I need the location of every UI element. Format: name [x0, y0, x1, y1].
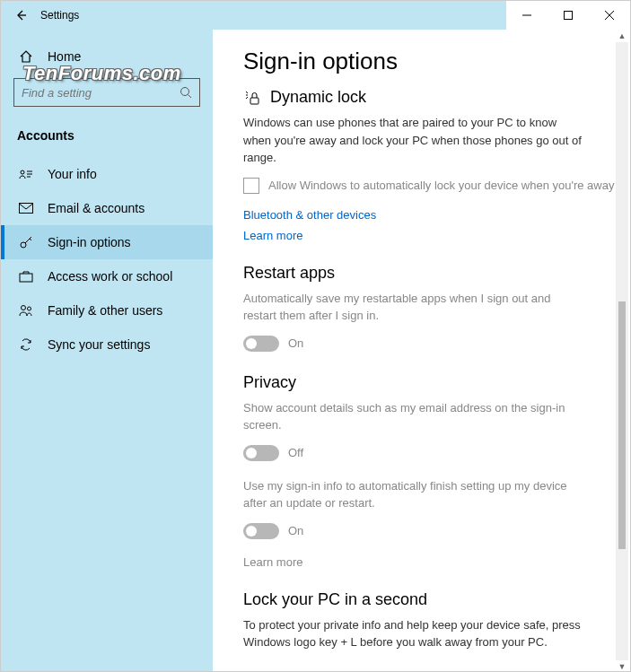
search-input-container[interactable]	[13, 78, 200, 107]
dynamic-lock-icon	[243, 89, 261, 107]
dynamic-lock-checkbox[interactable]: Allow Windows to automatically lock your…	[243, 178, 618, 194]
privacy-toggle-1[interactable]: Off	[243, 445, 618, 461]
sidebar-item-access-work-school[interactable]: Access work or school	[1, 259, 213, 293]
sidebar: Home Accounts Your info Email & accounts…	[1, 30, 213, 672]
close-icon	[605, 11, 614, 20]
main-content: Sign-in options Dynamic lock Windows can…	[213, 30, 630, 672]
sidebar-item-email-accounts[interactable]: Email & accounts	[1, 191, 213, 225]
lock-pc-heading: Lock your PC in a second	[243, 590, 618, 609]
toggle-switch-icon	[243, 445, 279, 461]
privacy-desc-1: Show account details such as my email ad…	[243, 399, 584, 434]
page-title: Sign-in options	[243, 48, 618, 75]
toggle-switch-icon	[243, 523, 279, 539]
sidebar-item-sign-in-options[interactable]: Sign-in options	[1, 225, 213, 259]
svg-rect-15	[20, 274, 32, 282]
people-icon	[17, 304, 35, 317]
restart-apps-toggle[interactable]: On	[243, 336, 618, 352]
key-icon	[17, 235, 35, 249]
scroll-down-icon: ▼	[616, 660, 628, 672]
close-button[interactable]	[589, 1, 630, 30]
privacy-toggle-2[interactable]: On	[243, 523, 618, 539]
svg-point-16	[22, 306, 26, 310]
checkbox-label: Allow Windows to automatically lock your…	[268, 179, 614, 192]
nav-label: Sign-in options	[48, 235, 131, 249]
dynamic-lock-heading: Dynamic lock	[243, 88, 618, 107]
briefcase-icon	[17, 270, 35, 283]
svg-line-6	[188, 95, 192, 99]
svg-rect-18	[250, 98, 259, 104]
section-title: Dynamic lock	[270, 88, 366, 107]
back-button[interactable]	[1, 1, 40, 30]
person-card-icon	[17, 168, 35, 180]
nav-label: Access work or school	[48, 269, 172, 284]
nav-label: Your info	[48, 167, 97, 181]
restart-apps-desc: Automatically save my restartable apps w…	[243, 290, 584, 325]
home-label: Home	[48, 49, 81, 64]
search-input[interactable]	[22, 86, 180, 100]
svg-point-5	[181, 88, 189, 96]
scroll-thumb[interactable]	[618, 301, 626, 549]
svg-rect-2	[565, 12, 573, 20]
home-button[interactable]: Home	[1, 40, 213, 73]
toggle-state: Off	[288, 446, 303, 459]
sidebar-item-family-users[interactable]: Family & other users	[1, 293, 213, 327]
svg-point-17	[28, 307, 31, 310]
window-controls	[506, 1, 630, 30]
minimize-button[interactable]	[506, 1, 548, 30]
restart-apps-heading: Restart apps	[243, 264, 618, 283]
svg-rect-11	[20, 204, 33, 214]
category-heading: Accounts	[1, 123, 213, 157]
minimize-icon	[522, 11, 531, 20]
privacy-desc-2: Use my sign-in info to automatically fin…	[243, 477, 584, 512]
scrollbar[interactable]: ▲ ▼	[616, 30, 628, 672]
bluetooth-devices-link[interactable]: Bluetooth & other devices	[243, 208, 618, 222]
nav-label: Email & accounts	[48, 201, 145, 215]
svg-point-7	[21, 170, 24, 174]
toggle-state: On	[288, 336, 303, 350]
dynamic-lock-desc: Windows can use phones that are paired t…	[243, 114, 584, 167]
toggle-state: On	[288, 524, 303, 537]
lock-pc-desc: To protect your private info and help ke…	[243, 616, 611, 651]
arrow-left-icon	[13, 8, 28, 22]
titlebar: Settings	[1, 1, 630, 30]
svg-line-14	[30, 239, 31, 240]
home-icon	[17, 49, 35, 64]
maximize-icon	[564, 11, 573, 20]
window-title: Settings	[40, 9, 79, 22]
privacy-heading: Privacy	[243, 373, 618, 392]
sidebar-item-sync-settings[interactable]: Sync your settings	[1, 327, 213, 362]
sync-icon	[17, 337, 35, 352]
nav-label: Sync your settings	[48, 337, 150, 352]
nav-label: Family & other users	[48, 303, 162, 318]
privacy-learn-more-link[interactable]: Learn more	[243, 555, 618, 569]
mail-icon	[17, 203, 35, 214]
toggle-switch-icon	[243, 336, 279, 352]
scroll-track	[616, 42, 628, 660]
checkbox-icon	[243, 178, 259, 194]
learn-more-link[interactable]: Learn more	[243, 229, 618, 242]
maximize-button[interactable]	[548, 1, 589, 30]
scroll-up-icon: ▲	[616, 30, 628, 42]
sidebar-item-your-info[interactable]: Your info	[1, 157, 213, 191]
search-icon	[180, 86, 192, 99]
